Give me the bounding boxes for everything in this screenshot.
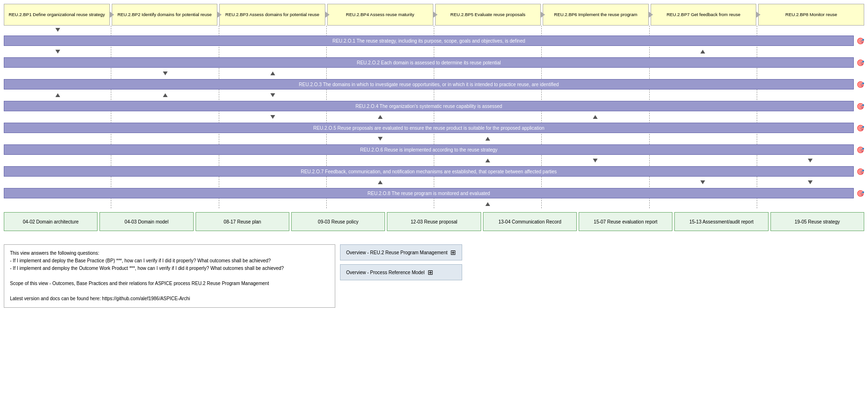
- arrow-cell-7-1: [111, 178, 219, 187]
- info-section: This view answers the following question…: [4, 244, 864, 308]
- process-arrow-bp5: [540, 11, 545, 18]
- outcome-icon-o6[interactable]: 🎯: [857, 146, 864, 153]
- arrow-cell-top-4: [434, 26, 542, 34]
- outcome-icon-o7[interactable]: 🎯: [857, 168, 864, 175]
- nav-btn-label-1: Overview - Process Reference Model: [346, 270, 425, 275]
- arrow-cell-4-6: [649, 113, 757, 121]
- arrow-cell-3-5: [542, 91, 649, 99]
- outcome-bar-o8: REU.2.O.8 The reuse program is monitored…: [4, 188, 854, 198]
- outcome-bar-o7: REU.2.O.7 Feedback, communication, and n…: [4, 166, 854, 177]
- wp-box-wp6[interactable]: 13-04 Communication Record: [483, 212, 577, 231]
- arrow-cell-5-3: [326, 134, 434, 143]
- arrow-cell-top-6: [649, 26, 757, 34]
- arrow-cell-4-0: [4, 113, 111, 121]
- process-box-bp2[interactable]: REU.2.BP2 Identify domains for potential…: [112, 4, 218, 26]
- wp-box-wp9[interactable]: 19-05 Reuse strategy: [770, 212, 864, 231]
- up-arrow-1-6: [700, 50, 705, 54]
- wp-box-wp8[interactable]: 15-13 Assessment/audit report: [674, 212, 768, 231]
- arrow-cell-1-4: [434, 47, 542, 56]
- arrows-row-1: [4, 47, 864, 56]
- up-arrow-5-4: [485, 137, 490, 141]
- arrow-cell-6-1: [111, 156, 219, 165]
- process-box-bp1[interactable]: REU.2.BP1 Define organizational reuse st…: [4, 4, 110, 26]
- down-arrow-5-3: [378, 137, 383, 141]
- process-box-bp7[interactable]: REU.2.BP7 Get feedback from reuse: [651, 4, 757, 26]
- arrow-cell-5-4: [434, 134, 542, 143]
- arrows-last-row: [4, 200, 864, 208]
- diagram-wrapper: REU.2.O.1 The reuse strategy, including …: [4, 26, 864, 208]
- arrow-cell-last-1: [111, 200, 219, 208]
- arrows-row-7: [4, 178, 864, 187]
- outcome-row-o7: REU.2.O.7 Feedback, communication, and n…: [4, 166, 864, 177]
- arrow-cell-2-7: [757, 69, 864, 78]
- arrow-cell-1-7: [757, 47, 864, 56]
- outcome-row-o2: REU.2.O.2 Each domain is assessed to det…: [4, 57, 864, 68]
- outcome-icon-o4[interactable]: 🎯: [857, 103, 864, 110]
- arrow-cell-2-5: [542, 69, 649, 78]
- nav-btn-0[interactable]: Overview - REU.2 Reuse Program Managemen…: [340, 244, 462, 260]
- arrow-cell-top-2: [219, 26, 326, 34]
- outcome-row-o5: REU.2.O.5 Reuse proposals are evaluated …: [4, 123, 864, 133]
- wp-box-wp5[interactable]: 12-03 Reuse proposal: [387, 212, 481, 231]
- outcome-bar-o3: REU.2.O.3 The domains in which to invest…: [4, 79, 854, 89]
- outcome-icon-o5[interactable]: 🎯: [857, 125, 864, 132]
- wp-box-wp4[interactable]: 09-03 Reuse policy: [291, 212, 385, 231]
- up-arrow-last-4: [485, 202, 490, 206]
- arrow-cell-2-0: [4, 69, 111, 78]
- outcome-icon-o2[interactable]: 🎯: [857, 59, 864, 66]
- outcome-row-o1: REU.2.O.1 The reuse strategy, including …: [4, 36, 864, 46]
- down-arrow-6-5: [593, 159, 598, 162]
- info-line7: Latest version and docs can be found her…: [10, 296, 190, 301]
- down-arrow-6-7: [808, 159, 813, 162]
- arrow-cell-last-7: [757, 200, 864, 208]
- process-arrow-bp6: [648, 11, 653, 18]
- process-label-bp4: REU.2.BP4 Assess reuse maturity: [346, 12, 414, 18]
- arrow-cell-7-7: [757, 178, 864, 187]
- arrow-cell-2-6: [649, 69, 757, 78]
- arrows-row-5: [4, 134, 864, 143]
- outcome-text-o1: REU.2.O.1 The reuse strategy, including …: [332, 38, 525, 44]
- arrow-cell-4-5: [542, 113, 649, 121]
- arrow-cell-7-4: [434, 178, 542, 187]
- up-arrow-7-3: [378, 180, 383, 184]
- outcome-text-o3: REU.2.O.3 The domains in which to invest…: [299, 82, 559, 87]
- outcome-icon-o1[interactable]: 🎯: [857, 37, 864, 45]
- top-processes-bar: REU.2.BP1 Define organizational reuse st…: [0, 0, 868, 26]
- wp-box-wp7[interactable]: 15-07 Reuse evaluation report: [579, 212, 672, 231]
- wp-label-0: 04-02 Domain architecture: [23, 219, 79, 224]
- process-label-bp5: REU.2.BP5 Evaluate reuse proposals: [450, 12, 525, 18]
- wp-label-8: 19-05 Reuse strategy: [795, 219, 840, 224]
- outcome-text-o2: REU.2.O.2 Each domain is assessed to det…: [357, 60, 501, 65]
- process-arrow-bp7: [756, 11, 761, 18]
- wp-box-wp3[interactable]: 08-17 Reuse plan: [196, 212, 289, 231]
- arrow-cell-top-3: [326, 26, 434, 34]
- nav-buttons[interactable]: Overview - REU.2 Reuse Program Managemen…: [340, 244, 462, 280]
- nav-btn-1[interactable]: Overview - Process Reference Model⊞: [340, 264, 462, 280]
- process-box-bp4[interactable]: REU.2.BP4 Assess reuse maturity: [327, 4, 433, 26]
- arrow-cell-6-7: [757, 156, 864, 165]
- arrow-cell-4-1: [111, 113, 219, 121]
- nav-btn-label-0: Overview - REU.2 Reuse Program Managemen…: [346, 250, 447, 255]
- wp-box-wp2[interactable]: 04-03 Domain model: [99, 212, 193, 231]
- outcome-icon-o8[interactable]: 🎯: [857, 190, 864, 197]
- up-arrow-4-5: [593, 115, 598, 119]
- wp-box-wp1[interactable]: 04-02 Domain architecture: [4, 212, 98, 231]
- arrow-cell-3-0: [4, 91, 111, 99]
- arrow-cell-3-3: [326, 91, 434, 99]
- nav-btn-icon-0: ⊞: [450, 249, 456, 256]
- arrow-cell-6-0: [4, 156, 111, 165]
- process-box-bp3[interactable]: REU.2.BP3 Assess domains for potential r…: [219, 4, 325, 26]
- arrow-cell-last-2: [219, 200, 326, 208]
- arrow-cell-5-0: [4, 134, 111, 143]
- process-box-bp8[interactable]: REU.2.BP8 Monitor reuse: [758, 4, 864, 26]
- process-box-bp6[interactable]: REU.2.BP6 Implement the reuse program: [543, 4, 649, 26]
- arrows-row-6: [4, 156, 864, 165]
- wp-label-2: 08-17 Reuse plan: [224, 219, 261, 224]
- wp-label-6: 15-07 Reuse evaluation report: [594, 219, 658, 224]
- arrow-cell-6-4: [434, 156, 542, 165]
- up-arrow-3-0: [55, 93, 60, 97]
- down-arrow-2-1: [163, 71, 168, 75]
- process-box-bp5[interactable]: REU.2.BP5 Evaluate reuse proposals: [435, 4, 541, 26]
- outcome-icon-o3[interactable]: 🎯: [857, 81, 864, 88]
- process-label-bp7: REU.2.BP7 Get feedback from reuse: [667, 12, 741, 18]
